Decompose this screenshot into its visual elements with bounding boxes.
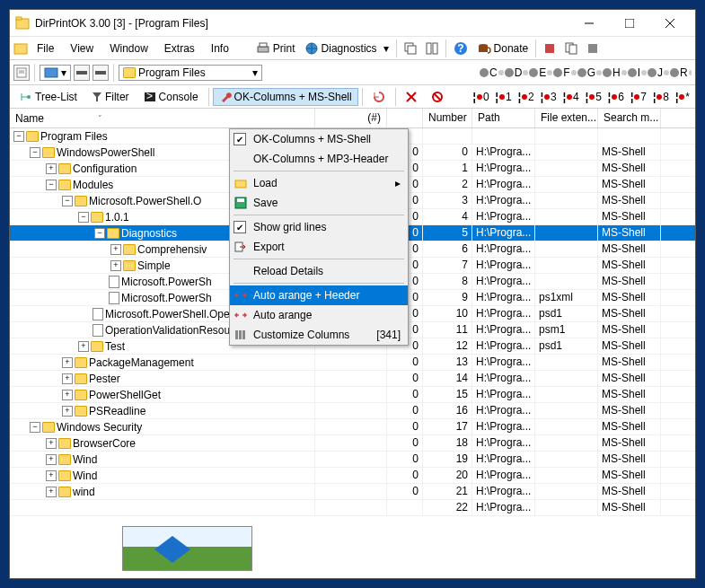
table-row[interactable]: −Windows Security017H:\Progra...MS-Shell [10,419,695,435]
k-preset-3[interactable]: ¦3 [539,91,559,103]
menu-info[interactable]: Info [204,39,236,57]
collapse-icon[interactable]: − [94,228,105,239]
table-row[interactable]: +PowerShellGet015H:\Progra...MS-Shell [10,387,695,403]
expand-icon[interactable]: + [62,357,73,368]
col-header-path[interactable]: Path [472,109,535,127]
col-header-name[interactable]: Name˅ [10,109,315,127]
drive-D[interactable]: D [505,66,529,79]
k-preset-6[interactable]: ¦6 [606,91,626,103]
tab-filter[interactable]: Filter [85,88,136,106]
print-button[interactable]: Print [252,40,299,57]
notepad-icon[interactable] [13,65,30,81]
ctx-show-grid-lines[interactable]: ✔ Show grid lines [230,217,408,237]
k-preset-5[interactable]: ¦5 [584,91,604,103]
expand-icon[interactable]: + [62,390,73,400]
menu-window[interactable]: Window [102,39,155,57]
drive-H[interactable]: H [603,66,627,79]
col-header-ext[interactable]: File exten... [535,109,598,127]
collapse-icon[interactable]: − [78,212,89,223]
cancel-all-icon[interactable] [425,88,450,106]
k-preset-0[interactable]: ¦0 [471,91,491,103]
expand-icon[interactable]: + [110,260,121,271]
next-icon[interactable] [93,65,109,81]
expand-icon[interactable]: + [110,244,121,255]
expand-icon[interactable]: + [46,438,57,449]
file-icon [93,324,103,337]
paint-icon[interactable] [540,40,560,57]
col-header-size[interactable] [387,109,423,127]
expand-icon[interactable]: + [78,341,89,352]
drive-I[interactable]: I [628,66,647,79]
ctx-customize-columns[interactable]: Customize Columns [341] [230,325,408,345]
expand-icon[interactable]: + [62,406,73,417]
maximize-button[interactable] [609,11,649,36]
k-preset-*[interactable]: ¦* [674,91,692,103]
coffee-icon [477,42,491,55]
expand-icon[interactable]: + [46,487,57,497]
copy-icon[interactable] [561,40,581,57]
k-preset-8[interactable]: ¦8 [651,91,671,103]
k-preset-2[interactable]: ¦2 [516,91,536,103]
ctx-load[interactable]: Load ▸ [230,173,408,193]
expand-icon[interactable]: + [46,454,57,465]
expand-icon[interactable]: + [62,373,73,384]
donate-button[interactable]: Donate [473,40,533,57]
collapse-icon[interactable]: − [13,131,24,142]
window-tile-icon[interactable] [422,40,442,57]
k-preset-7[interactable]: ¦7 [629,91,648,103]
col-header-index[interactable]: (#) [315,109,387,127]
close-button[interactable] [649,11,690,36]
collapse-icon[interactable]: − [30,147,40,158]
table-row[interactable]: +PSReadline016H:\Progra...MS-Shell [10,403,695,419]
ctx-reload-details[interactable]: Reload Details [230,261,408,281]
app-menu-icon[interactable] [13,41,28,56]
tab-console[interactable]: >_Console [137,88,205,106]
drive-J[interactable]: J [648,66,669,79]
help-button[interactable]: ? [450,39,471,57]
table-row[interactable]: +wind021H:\Progra...MS-Shell [10,484,695,500]
tool-icon[interactable] [583,40,603,57]
collapse-icon[interactable]: − [46,180,57,190]
ctx-export[interactable]: Export [230,237,408,257]
table-row[interactable]: 22H:\Progra...MS-Shell [10,500,695,516]
col-header-number[interactable]: Number [423,109,472,127]
table-row[interactable]: +BrowserCore018H:\Progra...MS-Shell [10,435,695,452]
menu-extras[interactable]: Extras [157,39,202,57]
expand-icon[interactable]: + [46,470,57,481]
ctx-ok-columns-mp3[interactable]: OK-Columns + MP3-Header [230,149,408,169]
menu-file[interactable]: File [30,39,61,57]
svg-rect-12 [427,43,431,54]
ctx-auto-arrange[interactable]: Auto arange [230,305,408,325]
tab-tree-list[interactable]: Tree-List [13,88,84,106]
dropdown-arrow-icon: ▾ [383,42,389,55]
ctx-save[interactable]: Save [230,193,408,213]
table-row[interactable]: +PackageManagement013H:\Progra...MS-Shel… [10,355,695,371]
delete-icon[interactable] [400,89,423,105]
expand-icon[interactable]: + [46,163,57,174]
drive-G[interactable]: G [577,66,602,79]
window-cascade-icon[interactable] [401,40,420,57]
k-preset-1[interactable]: ¦1 [494,91,514,103]
drive-R[interactable]: R [670,66,692,79]
drive-selector[interactable]: ▾ [40,65,71,81]
diagnostics-button[interactable]: Diagnostics ▾ [301,39,392,57]
tab-columns[interactable]: OK-Columns + MS-Shell [213,88,358,106]
ctx-ok-columns-ms-shell[interactable]: ✔ OK-Columns + MS-Shell [230,129,408,149]
col-header-searchmode[interactable]: Search m... [598,109,661,127]
path-dropdown[interactable]: Program Files ▾ [119,65,262,81]
table-row[interactable]: +Wind019H:\Progra...MS-Shell [10,452,695,468]
table-row[interactable]: +Wind020H:\Progra...MS-Shell [10,468,695,484]
refresh-icon[interactable] [366,88,392,106]
collapse-icon[interactable]: − [62,196,73,206]
table-row[interactable]: +Pester014H:\Progra...MS-Shell [10,371,695,387]
menu-view[interactable]: View [63,39,101,57]
drive-F[interactable]: F [553,66,576,79]
k-preset-4[interactable]: ¦4 [561,91,581,103]
minimize-button[interactable] [568,11,609,36]
drive-C[interactable]: C [480,66,504,79]
collapse-icon[interactable]: − [30,422,40,433]
prev-icon[interactable] [74,65,90,81]
item-name: PowerShellGet [89,389,161,401]
drive-E[interactable]: E [529,66,552,79]
ctx-auto-arrange-header[interactable]: Auto arange + Heeder [230,285,408,305]
